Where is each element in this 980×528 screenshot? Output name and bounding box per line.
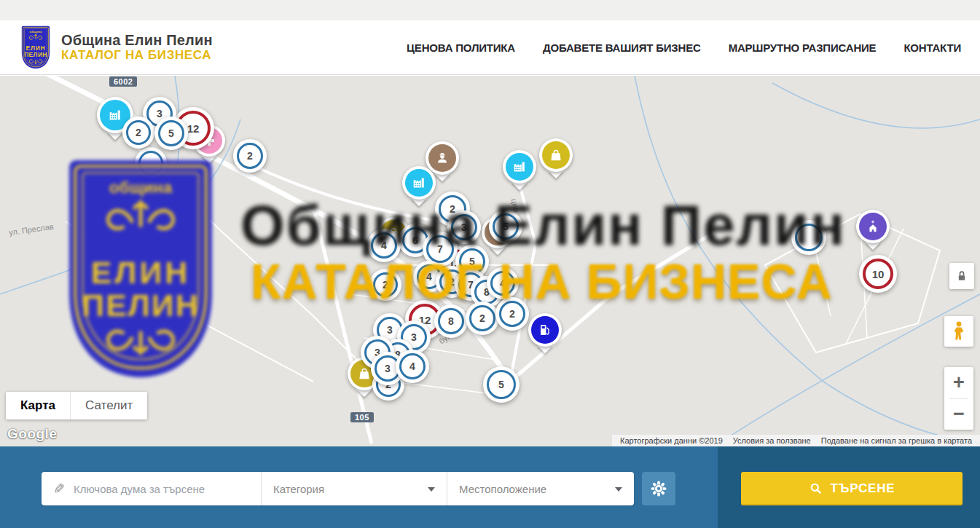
map-view-button[interactable]: Карта [6,392,70,419]
search-input-group: ✎ Категория Местоположение [42,472,634,505]
category-select-label: Категория [273,483,324,495]
site-header: Община Елин Пелин КАТАЛОГ НА БИЗНЕСА ЦЕН… [0,20,980,75]
lock-button[interactable] [949,263,974,289]
cluster-count: 4 [371,232,397,259]
cluster-count: 7 [426,235,454,263]
factory-icon [405,169,433,197]
cluster-count: 3 [451,214,477,240]
attribution-link[interactable]: Подаване на сигнал за грешка в картата [816,436,977,445]
pin-church[interactable] [856,210,890,243]
pin-bag[interactable] [539,138,573,172]
cluster-count: 5 [493,213,519,240]
cluster-count [795,224,823,251]
main-nav: ЦЕНОВА ПОЛИТИКАДОБАВЕТЕ ВАШИЯТ БИЗНЕСМАР… [407,42,961,54]
cluster-marker[interactable]: 4 [367,229,401,262]
cluster-count: 2 [469,305,495,331]
map[interactable]: 123252213356475422784128223383234510 Общ… [0,76,980,446]
marker-layer: 123252213356475422784128223383234510 [0,76,980,446]
site-subtitle: КАТАЛОГ НА БИЗНЕСА [61,48,213,63]
cluster-count: 4 [399,353,426,379]
church-icon [859,213,887,240]
cluster-count: 4 [490,271,515,296]
pencil-icon: ✎ [53,481,65,497]
minus-icon: − [953,404,965,424]
attribution-link[interactable]: Условия за ползване [728,436,816,445]
cluster-count: 5 [487,370,516,399]
cluster-marker[interactable]: 5 [154,117,188,150]
nav-item-3[interactable]: КОНТАКТИ [903,42,961,54]
cluster-count: 10 [863,259,893,289]
site-logo[interactable]: Община Елин Пелин КАТАЛОГ НА БИЗНЕСА [19,25,213,69]
location-select-label: Местоположение [459,483,546,495]
location-select[interactable]: Местоположение [447,472,634,505]
cluster-marker[interactable]: 4 [396,350,429,383]
chevron-down-icon [428,487,435,492]
factory-icon [506,153,533,181]
cluster-marker[interactable]: 5 [489,210,522,243]
gear-icon [649,479,668,498]
cluster-marker[interactable]: 2 [233,139,267,173]
cluster-marker[interactable] [791,220,826,255]
zoom-control: + − [944,367,973,430]
zoom-out-button[interactable]: − [944,399,973,430]
pegman-icon [950,320,968,342]
satellite-view-button[interactable]: Сателит [70,392,147,419]
cluster-marker[interactable]: 2 [369,269,401,301]
cluster-marker[interactable]: 8 [434,304,468,338]
nav-item-2[interactable]: МАРШРУТНО РАЗПИСАНИЕ [729,42,877,54]
top-strip [0,0,980,20]
cluster-marker[interactable]: 2 [466,302,499,335]
map-type-control: Карта Сателит [6,392,147,419]
search-button[interactable]: ТЪРСЕНЕ [741,472,963,505]
map-attribution: Картографски данни ©2019Условия за ползв… [612,435,980,446]
cluster-count: 2 [499,301,525,327]
pin-fuel[interactable] [528,313,562,347]
zoom-in-button[interactable]: + [944,367,973,398]
site-title: Община Елин Пелин [61,32,213,48]
cluster-count: 2 [126,120,151,145]
cluster-marker[interactable]: 10 [859,255,897,293]
cluster-count: 2 [373,272,398,297]
cluster-count: 8 [438,308,464,334]
cluster-marker[interactable]: 2 [122,117,154,149]
pegman-button[interactable] [944,316,973,347]
search-icon [809,481,823,496]
cluster-marker[interactable] [135,147,167,179]
cluster-marker[interactable]: 4 [487,267,519,299]
pin-factory[interactable] [402,166,436,200]
nav-item-0[interactable]: ЦЕНОВА ПОЛИТИКА [407,42,515,54]
search-button-label: ТЪРСЕНЕ [831,481,895,496]
google-logo[interactable]: Google [7,426,57,442]
keyword-input[interactable] [72,482,249,496]
cluster-marker[interactable]: 5 [483,366,520,403]
cluster-marker[interactable]: 2 [495,297,529,331]
search-bar: ✎ Категория Местоположение ТЪРСЕНЕ [0,446,980,528]
attribution-text: Картографски данни ©2019 [615,436,728,445]
lock-icon [954,269,969,283]
cluster-count: 5 [158,120,184,146]
municipality-emblem-icon [19,25,52,69]
settings-button[interactable] [642,472,675,505]
category-select[interactable]: Категория [261,472,447,505]
keyword-section: ✎ [42,472,261,505]
cluster-count [138,151,163,176]
pin-factory[interactable] [503,150,536,184]
bag-icon [542,141,570,169]
plus-icon: + [953,373,965,393]
cluster-count: 2 [237,143,263,169]
fuel-icon [531,316,559,344]
chevron-down-icon [615,487,622,492]
nav-item-1[interactable]: ДОБАВЕТЕ ВАШИЯТ БИЗНЕС [543,42,701,54]
